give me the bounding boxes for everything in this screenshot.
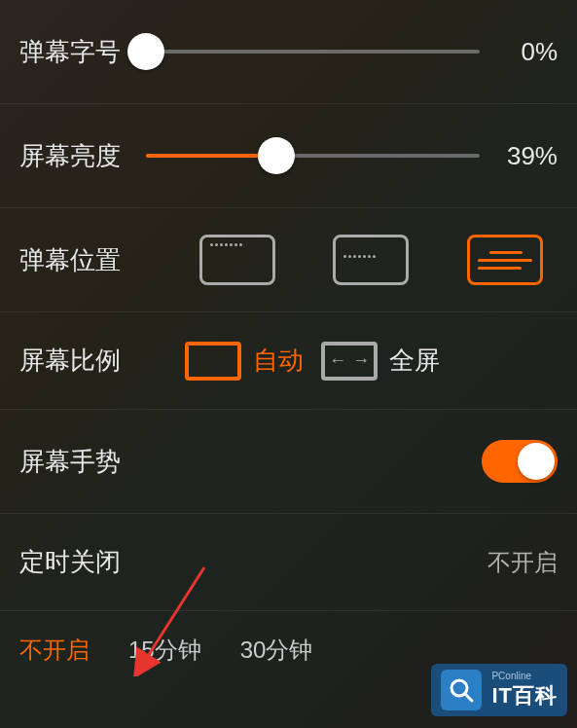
timer-option-15[interactable]: 15分钟 [128, 635, 201, 666]
watermark: PConline IT百科 [431, 664, 567, 716]
gesture-toggle[interactable] [482, 440, 558, 483]
timer-option-off[interactable]: 不开启 [19, 635, 90, 666]
svg-line-3 [465, 694, 472, 701]
watermark-title: IT百科 [491, 681, 558, 710]
danmu-position-label: 弹幕位置 [19, 243, 146, 277]
danmu-size-row: 弹幕字号 0% [0, 0, 577, 104]
toggle-thumb [518, 443, 555, 480]
ratio-fullscreen-text: 全屏 [389, 344, 440, 378]
timer-value: 不开启 [146, 547, 558, 578]
timer-label: 定时关闭 [19, 545, 146, 579]
timer-row[interactable]: 定时关闭 不开启 [0, 514, 577, 611]
brightness-value: 39% [499, 141, 558, 171]
slider-thumb[interactable] [127, 33, 164, 70]
aspect-ratio-row: 屏幕比例 自动 ←→ 全屏 [0, 312, 577, 410]
ratio-auto-option[interactable]: 自动 [185, 342, 304, 381]
slider-thumb[interactable] [258, 137, 295, 174]
danmu-size-value: 0% [499, 37, 558, 67]
timer-option-30[interactable]: 30分钟 [240, 635, 313, 666]
ratio-fullscreen-option[interactable]: ←→ 全屏 [321, 342, 440, 381]
ratio-auto-icon [185, 342, 241, 381]
position-full-option[interactable] [467, 235, 543, 285]
danmu-size-slider[interactable]: 0% [146, 37, 558, 67]
aspect-ratio-label: 屏幕比例 [19, 344, 146, 378]
position-middle-option[interactable] [333, 235, 409, 285]
gesture-label: 屏幕手势 [19, 445, 146, 479]
brightness-slider[interactable]: 39% [146, 141, 558, 171]
position-top-option[interactable] [199, 235, 275, 285]
ratio-fullscreen-icon: ←→ [321, 342, 378, 381]
brightness-label: 屏幕亮度 [19, 139, 146, 173]
watermark-subtitle: PConline [491, 671, 558, 681]
gesture-row: 屏幕手势 [0, 410, 577, 514]
ratio-auto-text: 自动 [253, 344, 304, 378]
search-icon [441, 670, 482, 710]
brightness-row: 屏幕亮度 39% [0, 104, 577, 208]
danmu-position-row: 弹幕位置 [0, 208, 577, 312]
